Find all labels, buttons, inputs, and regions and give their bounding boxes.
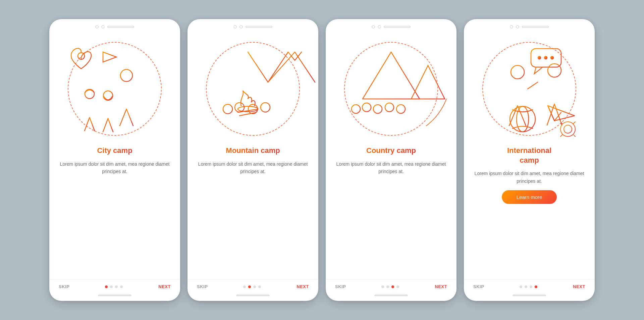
skip-button-4[interactable]: SKIP <box>473 284 484 289</box>
mountain-camp-title: Mountain camp <box>226 146 280 156</box>
svg-line-81 <box>574 122 575 123</box>
svg-point-21 <box>223 104 232 114</box>
svg-line-61 <box>528 82 538 89</box>
svg-line-16 <box>103 118 108 132</box>
bottom-handle-3 <box>326 292 457 301</box>
skip-button-2[interactable]: SKIP <box>197 284 208 289</box>
city-camp-illustration <box>49 32 180 146</box>
city-camp-description: Lorem ipsum dolor sit dim amet, mea regi… <box>59 160 171 175</box>
svg-point-55 <box>551 56 553 59</box>
international-camp-title: International camp <box>507 146 551 165</box>
notch-circle <box>95 25 99 29</box>
dot-4-4 <box>535 285 537 288</box>
mountain-camp-bottom-nav: SKIP NEXT <box>187 279 318 292</box>
dot-2-2 <box>248 285 251 288</box>
svg-point-3 <box>120 69 132 82</box>
handle-bar-3 <box>374 295 408 296</box>
country-camp-description: Lorem ipsum dolor sit dim amet, mea regi… <box>335 160 447 175</box>
country-camp-text-area: Country camp Lorem ipsum dolor sit dim a… <box>326 146 457 279</box>
dot-3-2 <box>386 285 389 288</box>
international-camp-text-area: International camp Lorem ipsum dolor sit… <box>464 146 595 279</box>
city-camp-text-area: City camp Lorem ipsum dolor sit dim amet… <box>49 146 180 279</box>
svg-point-13 <box>103 91 113 100</box>
notch-circle <box>233 25 237 29</box>
dot-1-3 <box>115 285 118 288</box>
learn-more-button[interactable]: Learn more <box>502 190 557 204</box>
international-camp-card: International camp Lorem ipsum dolor sit… <box>464 19 595 301</box>
notch-line <box>384 26 411 28</box>
dots-3 <box>381 285 399 288</box>
handle-bar-1 <box>98 295 131 296</box>
dots-4 <box>520 285 537 288</box>
svg-point-46 <box>385 103 394 112</box>
dots-2 <box>243 285 261 288</box>
handle-bar-4 <box>513 295 546 296</box>
svg-point-73 <box>560 122 575 137</box>
svg-marker-70 <box>548 106 575 121</box>
notch-line <box>522 26 549 28</box>
next-button-1[interactable]: NEXT <box>158 284 171 289</box>
bottom-handle-1 <box>49 292 180 301</box>
skip-button-1[interactable]: SKIP <box>59 284 69 289</box>
notch-line <box>107 26 134 28</box>
skip-button-3[interactable]: SKIP <box>335 284 346 289</box>
svg-line-11 <box>85 117 90 131</box>
dot-3-1 <box>381 285 384 288</box>
dot-2-1 <box>243 285 246 288</box>
mountain-camp-text-area: Mountain camp Lorem ipsum dolor sit dim … <box>187 146 318 279</box>
svg-point-8 <box>85 89 94 99</box>
svg-line-7 <box>126 109 133 126</box>
svg-line-82 <box>560 135 562 137</box>
phone-top-bar-4 <box>464 19 595 32</box>
svg-point-43 <box>373 105 382 113</box>
country-camp-bottom-nav: SKIP NEXT <box>326 279 457 292</box>
international-camp-bottom-nav: SKIP NEXT <box>464 279 595 292</box>
svg-line-80 <box>574 135 575 137</box>
international-camp-description: Lorem ipsum dolor sit dim amet, mea regi… <box>473 170 585 185</box>
phone-top-bar-1 <box>49 19 180 32</box>
dot-2-3 <box>253 285 256 288</box>
city-camp-bottom-nav: SKIP NEXT <box>49 279 180 292</box>
dot-1-1 <box>105 285 108 288</box>
dot-1-2 <box>110 285 113 288</box>
svg-point-62 <box>548 64 561 77</box>
city-camp-card: City camp Lorem ipsum dolor sit dim amet… <box>49 19 180 301</box>
country-camp-card: Country camp Lorem ipsum dolor sit dim a… <box>326 19 457 301</box>
next-button-3[interactable]: NEXT <box>435 284 447 289</box>
svg-point-56 <box>511 65 524 79</box>
notch-circle <box>516 25 519 29</box>
dots-1 <box>105 285 123 288</box>
country-camp-illustration <box>326 32 457 146</box>
phone-top-bar-3 <box>326 19 457 32</box>
dot-3-4 <box>396 285 399 288</box>
notch-circle <box>101 25 105 29</box>
notch-circle <box>510 25 513 29</box>
svg-point-53 <box>538 56 541 59</box>
notch-line <box>246 26 272 28</box>
mountain-camp-description: Lorem ipsum dolor sit dim amet, mea regi… <box>197 160 309 175</box>
international-camp-illustration <box>464 32 595 146</box>
next-button-2[interactable]: NEXT <box>297 284 309 289</box>
svg-line-6 <box>120 109 126 126</box>
city-camp-title: City camp <box>97 146 132 156</box>
dot-3-3 <box>391 285 394 288</box>
svg-point-37 <box>352 105 360 113</box>
screens-container: City camp Lorem ipsum dolor sit dim amet… <box>36 6 608 314</box>
country-camp-title: Country camp <box>366 146 416 156</box>
mountain-camp-illustration <box>187 32 318 146</box>
dot-4-2 <box>525 285 527 288</box>
svg-point-74 <box>564 125 572 133</box>
dot-2-4 <box>258 285 261 288</box>
svg-point-54 <box>544 56 547 59</box>
next-button-4[interactable]: NEXT <box>573 284 585 289</box>
notch-circle <box>372 25 375 29</box>
bottom-handle-4 <box>464 292 595 301</box>
mountain-camp-card: Mountain camp Lorem ipsum dolor sit dim … <box>187 19 318 301</box>
bottom-handle-2 <box>187 292 318 301</box>
svg-line-17 <box>108 118 113 132</box>
svg-line-12 <box>90 117 95 131</box>
svg-point-40 <box>362 103 371 112</box>
notch-circle <box>378 25 381 29</box>
dot-4-1 <box>520 285 522 288</box>
svg-point-30 <box>261 103 270 112</box>
